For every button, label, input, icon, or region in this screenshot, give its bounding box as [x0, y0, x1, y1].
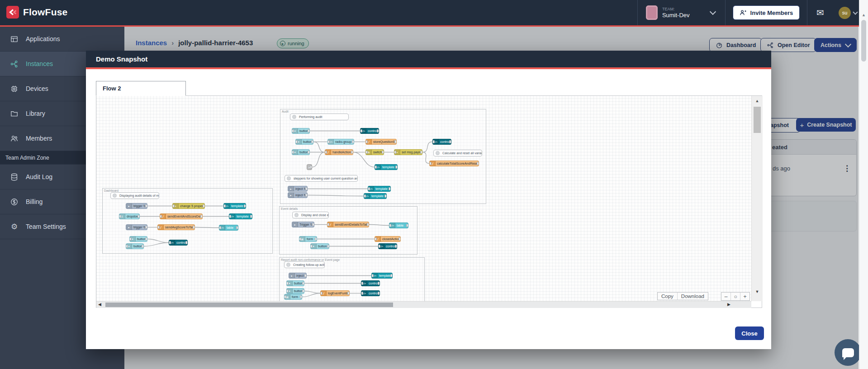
flow-node-button[interactable]: ✦button [286, 280, 304, 286]
flow-node-button[interactable]: ✦button [310, 243, 329, 249]
snapshot-dialog: Demo Snapshot Flow 2 AuditDashboardEvent… [86, 51, 771, 349]
flow-node-trigger-[interactable]: ▸Trigger ↻ [292, 222, 314, 227]
flow-node-display-and-close-events[interactable]: Display and close events [292, 212, 329, 218]
flow-node-template[interactable]: </>template [223, 203, 246, 209]
flow-node-button[interactable]: ✦button [295, 139, 313, 145]
flow-node-template[interactable]: </>template [364, 193, 387, 199]
scroll-left-icon[interactable]: ◀ [98, 302, 101, 307]
canvas-vertical-scrollbar[interactable]: ▲ ▼ [751, 96, 763, 301]
tab-label: Flow 2 [103, 85, 121, 92]
flow-node-inject-[interactable]: ▸inject ↻ [288, 192, 308, 198]
zoom-out-button[interactable]: – [721, 293, 731, 300]
flow-node-control[interactable]: </>control [360, 128, 379, 134]
scroll-down-icon[interactable]: ▼ [752, 289, 763, 294]
flow-node-sendeventandscoredetails[interactable]: ƒsendEventAndScoreDetails [160, 213, 203, 219]
flow-node-storequestionscore[interactable]: ƒstoreQuestionScore [365, 139, 397, 145]
flow-node-inject-[interactable]: ▸inject ↻ [288, 186, 308, 192]
flow-node-calculatetotalscoreandresetaudit[interactable]: ƒcalculateTotalScoreAndResetAudit [429, 161, 479, 166]
flow-node-radio-group[interactable]: </>radio-group [327, 139, 354, 145]
divider [725, 0, 726, 25]
settings-icon: ⚙ [10, 222, 19, 232]
scrollbar-thumb[interactable] [754, 107, 761, 133]
flow-node-control[interactable]: </>control [169, 240, 188, 246]
sidebar-item-applications[interactable]: Applications [0, 27, 124, 52]
sidebar-item-label: Audit Log [26, 173, 52, 180]
team-name: Sumit-Dev [662, 12, 690, 19]
scroll-up-icon[interactable]: ▲ [752, 99, 763, 103]
flow-node-dropdown[interactable]: ≡dropdown [119, 213, 140, 219]
flow-node-button[interactable]: ✦button [286, 288, 304, 294]
zoom-reset-button[interactable]: ○ [731, 293, 740, 300]
team-avatar [646, 5, 658, 20]
copy-button[interactable]: Copy [658, 293, 678, 300]
flow-node-logeventfuntion[interactable]: ƒlogEventFuntion [320, 290, 350, 296]
chat-widget-button[interactable] [835, 339, 861, 366]
flow-node-button[interactable]: ✦button [126, 243, 144, 249]
flow-node-link[interactable]: ⇄ [307, 164, 312, 170]
flow-preview-canvas: AuditDashboardEvent detailsReport audit … [96, 95, 762, 308]
flow-node-sendeventdetailstotable[interactable]: ƒsendEventDetailsToTable [327, 222, 369, 227]
flow-node-calculate-and-reset-all-variable[interactable]: Calculate and reset all variable [433, 150, 482, 156]
inject-node-icon: ▸ [289, 273, 295, 278]
user-plus-icon [740, 9, 747, 16]
inject-node-icon: ▸ [126, 225, 132, 230]
flow-node-template[interactable]: </>template [375, 164, 398, 170]
flowfuse-logo[interactable]: FlowFuse [6, 6, 67, 19]
dialog-title: Demo Snapshot [96, 55, 147, 63]
flow-node-button[interactable]: ✦button [129, 236, 147, 242]
flow-node-handleactions[interactable]: ƒhandleActions [325, 149, 353, 155]
flow-node-switch[interactable]: ≷switch [365, 149, 384, 155]
flow-node-form[interactable]: ▤form [284, 294, 302, 300]
comment-icon [292, 115, 296, 119]
billing-icon [10, 198, 19, 206]
scroll-right-icon[interactable]: ▶ [727, 302, 730, 307]
flow-node-displaying-audit-details-of-month[interactable]: Displaying audit details of month [110, 192, 159, 199]
scrollbar-thumb[interactable] [861, 20, 866, 62]
flow-node-button[interactable]: ✦button [292, 149, 310, 155]
download-button[interactable]: Download [678, 293, 708, 300]
flow-node-table[interactable]: </>table [389, 222, 408, 228]
group-label: Event details [281, 207, 298, 210]
flow-node-control[interactable]: </>control [378, 243, 397, 249]
scroll-up-icon[interactable]: ▲ [859, 13, 868, 17]
team-selector[interactable]: TEAM: Sumit-Dev [638, 0, 725, 25]
flow-node-sendavgscoretotable[interactable]: ƒsendAvgScoreToTable [157, 224, 195, 230]
canvas-horizontal-scrollbar[interactable]: ◀ ▶ [96, 301, 751, 308]
flow-node-creating-follow-up-action[interactable]: Creating follow-up action [284, 261, 325, 268]
flow-node-table[interactable]: </>table [219, 225, 238, 231]
tab-flow-2[interactable]: Flow 2 [96, 81, 186, 96]
flow-node-steppers-for-showing-user-current-question-and-group[interactable]: steppers for showing user current questi… [285, 175, 358, 182]
flow-node-set-msg-payload[interactable]: ×set msg.payload [394, 149, 422, 155]
flow-node-performing-audit[interactable]: Performing audit [290, 114, 349, 120]
sidebar-item-label: Applications [26, 35, 60, 43]
user-avatar[interactable]: su [839, 7, 851, 19]
page-scrollbar[interactable]: ▲ [859, 0, 868, 369]
dialog-header: Demo Snapshot [86, 51, 771, 69]
flow-node-change-5-properties[interactable]: ×change 5 properties [172, 203, 205, 209]
flow-node-control[interactable]: </>control [432, 139, 451, 145]
invite-members-button[interactable]: Invite Members [733, 5, 800, 20]
flow-node-trigger-[interactable]: ▸trigger ↻ [126, 203, 147, 209]
sidebar-item-label: Library [26, 110, 45, 117]
flow-node-template[interactable]: </>template [371, 273, 393, 279]
scrollbar-thumb[interactable] [105, 303, 393, 307]
flow-grid: AuditDashboardEvent detailsReport audit … [96, 96, 751, 301]
sidebar-item-label: Members [26, 135, 52, 142]
group-label: Dashboard [104, 189, 119, 192]
flow-node-template[interactable]: </>template [229, 213, 252, 219]
divider [807, 0, 807, 25]
zoom-in-button[interactable]: + [740, 293, 749, 300]
flow-node-closedaction[interactable]: ƒclosedAction [375, 236, 401, 242]
members-icon [10, 134, 19, 143]
close-button[interactable]: Close [735, 326, 764, 340]
flow-node-form[interactable]: ▤form [299, 236, 317, 242]
flow-node-control[interactable]: </>control [361, 290, 380, 296]
flow-node-trigger-[interactable]: ▸trigger ↻ [126, 224, 147, 230]
flow-node-template[interactable]: </>template [368, 186, 391, 192]
mail-icon[interactable]: ✉ [816, 7, 824, 18]
flow-node-control[interactable]: </>control [361, 280, 380, 286]
flow-node-button[interactable]: ✦button [292, 128, 310, 134]
flow-node-inject-[interactable]: ▸inject ↻ [289, 273, 307, 279]
comment-icon [113, 194, 117, 198]
applications-icon [10, 35, 19, 43]
